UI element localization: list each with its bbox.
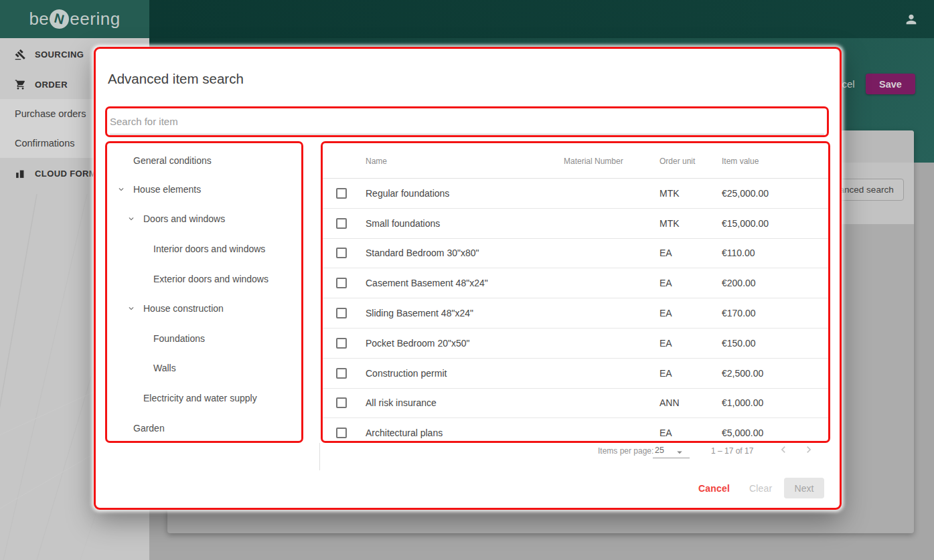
search-input[interactable]	[110, 108, 824, 134]
column-header-item-value: Item value	[722, 157, 759, 166]
chart-icon	[15, 168, 26, 179]
next-page-button[interactable]	[802, 443, 815, 456]
sidebar-item-label: Confirmations	[15, 138, 74, 149]
table-row[interactable]: Standard Bedroom 30"x80" EA €110.00	[323, 239, 828, 269]
sidebar-item-label: CLOUD FORMS	[35, 169, 102, 179]
gavel-icon	[15, 49, 26, 60]
table-row[interactable]: All risk insurance ANN €1,000.00	[323, 389, 828, 419]
table-row[interactable]: Construction permit EA €2,500.00	[323, 359, 828, 389]
beneering-logo: be N eering	[29, 9, 120, 29]
logo-text-suffix: eering	[70, 9, 120, 29]
item-search-box	[105, 106, 829, 137]
paginator-range-label: 1 – 17 of 17	[711, 446, 753, 456]
tree-item-general-conditions[interactable]: General conditions	[107, 154, 301, 167]
sidebar-item-cloud-forms[interactable]: CLOUD FORMS	[15, 167, 102, 180]
sidebar-item-order[interactable]: ORDER	[15, 78, 68, 91]
clear-button[interactable]: Clear	[749, 483, 772, 494]
next-button[interactable]: Next	[784, 478, 824, 498]
advanced-item-search-dialog: Advanced item search General conditions …	[94, 47, 842, 510]
row-checkbox[interactable]	[336, 428, 347, 438]
row-checkbox[interactable]	[336, 248, 347, 258]
cart-icon	[15, 79, 26, 90]
tree-item-house-construction[interactable]: House construction	[107, 302, 301, 315]
table-header-row: Name Material Number Order unit Item val…	[323, 143, 828, 179]
tree-item-exterior-doors[interactable]: Exterior doors and windows	[107, 272, 301, 286]
tree-item-doors-and-windows[interactable]: Doors and windows	[107, 212, 301, 225]
tree-item-garden[interactable]: Garden	[107, 422, 301, 435]
previous-page-button[interactable]	[777, 443, 790, 456]
sidebar-item-label: ORDER	[35, 80, 68, 90]
next-button-label: Next	[795, 483, 814, 494]
row-checkbox[interactable]	[336, 397, 347, 408]
app-root: be N eering SOURCING ORDER Purchase orde…	[0, 0, 934, 560]
row-checkbox[interactable]	[336, 338, 347, 349]
sidebar-item-purchase-orders[interactable]: Purchase orders	[15, 107, 86, 120]
tree-item-electricity-water[interactable]: Electricity and water supply	[107, 391, 301, 405]
tree-item-house-elements[interactable]: House elements	[107, 183, 301, 196]
save-button[interactable]: Save	[866, 74, 915, 94]
cancel-button[interactable]: Cancel	[698, 483, 730, 494]
row-checkbox[interactable]	[336, 218, 347, 229]
items-per-page-label: Items per page:	[598, 446, 653, 456]
table-row[interactable]: Regular foundations MTK €25,000.00	[323, 179, 828, 209]
column-header-material-number: Material Number	[564, 157, 623, 166]
column-header-order-unit: Order unit	[659, 157, 695, 166]
tree-item-walls[interactable]: Walls	[107, 361, 301, 375]
panel-divider	[319, 443, 320, 470]
table-row[interactable]: Casement Basement 48"x24" EA €200.00	[323, 268, 828, 298]
table-row[interactable]: Architectural plans EA €5,000.00	[323, 418, 828, 443]
category-tree: General conditions House elements Doors …	[105, 141, 303, 443]
row-checkbox[interactable]	[336, 308, 347, 318]
table-row[interactable]: Sliding Basement 48"x24" EA €170.00	[323, 298, 828, 329]
row-checkbox[interactable]	[336, 188, 347, 199]
items-table: Name Material Number Order unit Item val…	[321, 141, 830, 443]
select-underline	[653, 458, 690, 458]
chevron-down-icon[interactable]	[127, 214, 136, 223]
row-checkbox[interactable]	[336, 278, 347, 288]
row-checkbox[interactable]	[336, 368, 347, 379]
user-avatar-icon[interactable]	[904, 12, 919, 27]
items-per-page-select[interactable]: 25	[655, 446, 664, 455]
logo-text-prefix: be	[29, 9, 49, 29]
sidebar-item-sourcing[interactable]: SOURCING	[15, 48, 84, 61]
logo-block: be N eering	[0, 0, 149, 38]
table-row[interactable]: Small foundations MTK €15,000.00	[323, 209, 828, 239]
save-button-label: Save	[879, 79, 902, 90]
logo-n-badge: N	[48, 7, 71, 31]
dropdown-arrow-icon[interactable]	[674, 446, 686, 458]
sidebar-item-label: Purchase orders	[15, 108, 86, 119]
sidebar-item-label: SOURCING	[35, 50, 84, 60]
sidebar-item-confirmations[interactable]: Confirmations	[15, 136, 74, 150]
column-header-name: Name	[366, 157, 387, 166]
chevron-down-icon[interactable]	[116, 185, 126, 194]
tree-item-interior-doors[interactable]: Interior doors and windows	[107, 242, 301, 256]
top-header-bar: be N eering	[0, 0, 934, 38]
table-row[interactable]: Pocket Bedroom 20"x50" EA €150.00	[323, 329, 828, 359]
tree-item-foundations[interactable]: Foundations	[107, 332, 301, 345]
chevron-down-icon[interactable]	[127, 304, 136, 313]
dialog-title: Advanced item search	[108, 71, 244, 87]
